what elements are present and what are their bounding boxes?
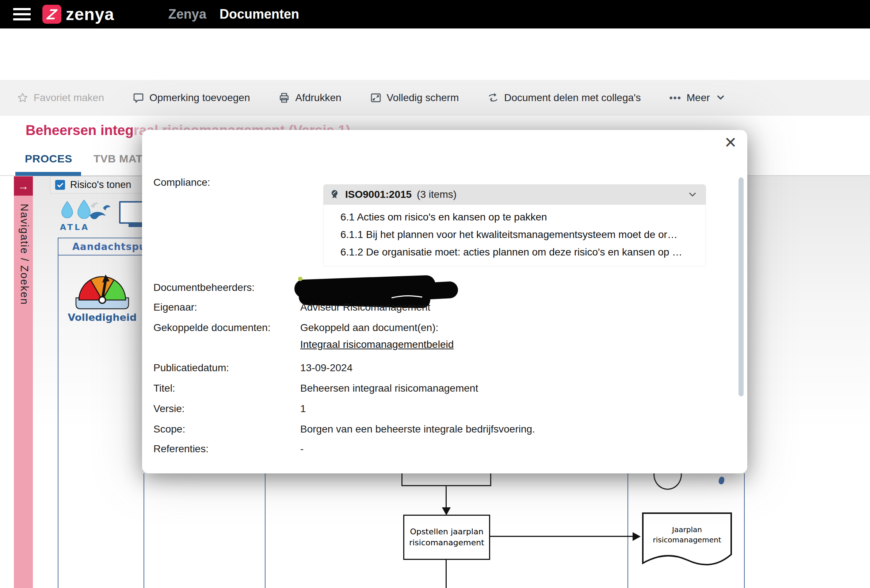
versie-label: Versie: [153, 403, 185, 414]
page-title-visible: Beheersen integ [25, 123, 134, 138]
fullscreen-icon [370, 92, 382, 104]
lane-left-border [58, 255, 58, 588]
open-navigation-button[interactable]: → [14, 176, 33, 196]
compliance-dropdown: ISO9001:2015 (3 items) 6.1 Acties om ris… [323, 184, 706, 266]
flowchart-box-opstellen[interactable]: Opstellen jaarplan risicomanagement [403, 515, 490, 560]
atla-logo-text: ATLA [60, 223, 89, 232]
gekoppelde-documenten-value: Gekoppeld aan document(en): [300, 322, 438, 334]
flowchart-box-opstellen-label: Opstellen jaarplan risicomanagement [407, 526, 487, 548]
versie-value: 1 [300, 403, 306, 414]
publicatiedatum-label: Publicatiedatum: [153, 362, 229, 374]
favorite-label: Favoriet maken [34, 92, 104, 104]
print-button[interactable]: Afdrukken [278, 92, 341, 104]
compliance-item[interactable]: 6.1.2 De organisatie moet: acties planne… [323, 244, 706, 261]
atla-waterdrops-icon [58, 199, 116, 223]
eigenaar-value: Adviseur Risicomanagement [300, 301, 430, 313]
documentbeheerders-label: Documentbeheerders: [153, 282, 255, 294]
document-properties-modal: ✕ Compliance: ISO9001:2015 (3 items) [142, 130, 747, 474]
compliance-item[interactable]: 6.1.1 Bij het plannen voor het kwaliteit… [323, 226, 706, 244]
favorite-button[interactable]: Favoriet maken [17, 92, 104, 104]
flowchart-document-jaarplan[interactable]: Jaarplan risicomanagement [642, 512, 732, 570]
add-comment-button[interactable]: Opmerking toevoegen [133, 92, 250, 104]
close-icon[interactable]: ✕ [721, 133, 740, 152]
arrow-down-head [442, 507, 451, 515]
star-icon [17, 92, 28, 104]
fullscreen-label: Volledig scherm [387, 92, 459, 104]
eigenaar-label: Eigenaar: [153, 301, 197, 313]
top-app-bar: Z zenya Zenya Documenten [0, 0, 870, 28]
gauge-icon [71, 267, 134, 310]
show-risks-checkbox[interactable] [55, 180, 65, 190]
breadcrumb-section[interactable]: Documenten [219, 7, 299, 22]
gauge-label: Volledigheid [66, 312, 139, 323]
screen: Z zenya Zenya Documenten Favoriet maken … [0, 0, 870, 588]
share-arrows-icon [487, 92, 499, 104]
share-document-label: Document delen met collega's [504, 92, 641, 104]
flow-connector-right [490, 536, 633, 537]
publicatiedatum-value: 13-09-2024 [300, 362, 353, 374]
titel-label: Titel: [153, 383, 175, 394]
monitor-stand [128, 224, 143, 227]
referenties-label: Referenties: [153, 443, 209, 455]
swimlane-line-2 [265, 474, 265, 588]
tab-proces[interactable]: PROCES [25, 153, 72, 165]
arrow-right-head [633, 532, 641, 541]
more-label: Meer [687, 92, 710, 104]
breadcrumb-app[interactable]: Zenya [168, 7, 206, 22]
referenties-value: - [300, 443, 304, 455]
hamburger-menu-icon[interactable] [13, 8, 31, 21]
navigation-rail-label[interactable]: Navigatie / Zoeken [18, 203, 30, 305]
compliance-items-list: 6.1 Acties om risico's en kansen op te p… [323, 205, 706, 266]
titel-value: Beheersen integraal risicomanagement [300, 383, 478, 394]
zenya-logo-letter: Z [46, 6, 58, 22]
more-button[interactable]: ••• Meer [669, 92, 727, 104]
swimlane-line-1 [143, 474, 144, 588]
zenya-logo-icon[interactable]: Z [42, 5, 61, 24]
compliance-selected-value: ISO9001:2015 [345, 189, 412, 200]
atla-logo: ATLA [58, 199, 116, 233]
checkmark-icon [56, 181, 64, 189]
flow-connector-below [445, 560, 447, 588]
dropdown-chevron-icon [687, 189, 698, 200]
flow-connector-down [445, 486, 447, 508]
document-toolbar: Favoriet maken Opmerking toevoegen Afdru… [0, 80, 870, 116]
arrow-right-icon: → [18, 180, 29, 192]
completeness-gauge: Volledigheid [66, 267, 139, 323]
modal-scrollbar-thumb[interactable] [739, 177, 743, 396]
chevron-down-icon [715, 92, 727, 104]
compliance-label: Compliance: [153, 177, 210, 189]
compliance-dropdown-header[interactable]: ISO9001:2015 (3 items) [323, 184, 706, 205]
award-medal-icon [329, 189, 341, 200]
scope-value: Borgen van een beheerste integrale bedri… [300, 423, 535, 435]
fullscreen-button[interactable]: Volledig scherm [370, 92, 459, 104]
more-dots-icon: ••• [669, 92, 681, 104]
linked-document-link-row: Integraal risicomanagementbeleid [300, 339, 454, 350]
printer-icon [278, 92, 290, 104]
comment-icon [133, 92, 144, 104]
tab-tvb-matrix[interactable]: TVB MAT [94, 153, 143, 165]
zenya-wordmark: zenya [66, 4, 114, 24]
gekoppelde-documenten-label: Gekoppelde documenten: [153, 322, 271, 334]
compliance-item[interactable]: 6.1 Acties om risico's en kansen op te p… [323, 208, 706, 226]
add-comment-label: Opmerking toevoegen [149, 92, 250, 104]
flowchart-document-jaarplan-label: Jaarplan risicomanagement [642, 524, 732, 545]
swimlane-line-4 [744, 474, 745, 588]
compliance-item-count: (3 items) [417, 189, 457, 200]
linked-document-link[interactable]: Integraal risicomanagementbeleid [300, 339, 454, 350]
print-label: Afdrukken [295, 92, 341, 104]
scope-label: Scope: [153, 423, 185, 435]
show-risks-label[interactable]: Risico's tonen [70, 179, 131, 190]
swimlane-line-3 [627, 474, 628, 588]
share-document-button[interactable]: Document delen met collega's [487, 92, 641, 104]
